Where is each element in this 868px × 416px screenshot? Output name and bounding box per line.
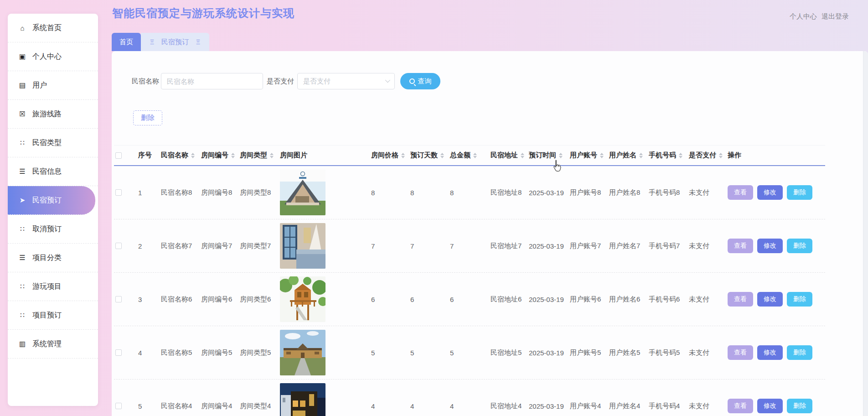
row-checkbox[interactable] xyxy=(115,296,122,302)
sidebar-item-homestay-types[interactable]: ∷ 民宿类型 xyxy=(8,129,98,157)
tab-menu-icon[interactable]: Ξ xyxy=(196,38,200,46)
edit-button[interactable]: 修改 xyxy=(757,185,783,200)
room-photo-stilt-treehouse xyxy=(280,276,326,322)
profile-card-icon: ▣ xyxy=(18,52,27,61)
row-checkbox[interactable] xyxy=(115,403,122,409)
column-header-total: 总金额 xyxy=(450,151,470,160)
vertical-scrollbar[interactable] xyxy=(863,51,868,416)
tab-menu-icon[interactable]: Ξ xyxy=(150,38,154,46)
cell-total: 6 xyxy=(450,296,491,303)
view-button[interactable]: 查看 xyxy=(728,399,753,413)
cell-room-no: 房间编号8 xyxy=(201,188,240,197)
delete-button[interactable]: 删除 xyxy=(787,399,812,413)
sort-control[interactable] xyxy=(401,153,405,158)
edit-button[interactable]: 修改 xyxy=(757,345,783,360)
cell-account: 用户账号5 xyxy=(570,348,609,357)
view-button[interactable]: 查看 xyxy=(728,292,753,307)
view-button[interactable]: 查看 xyxy=(728,345,753,360)
column-header-time: 预订时间 xyxy=(529,151,556,160)
select-all-checkbox[interactable] xyxy=(115,152,122,159)
page-title: 智能民宿预定与游玩系统设计与实现 xyxy=(112,6,294,21)
table-row: 1 民宿名称8 房间编号8 房间类型8 8 8 8 民宿地址8 2025-03-… xyxy=(114,166,825,219)
sort-control[interactable] xyxy=(679,153,682,158)
cell-room-type: 房间类型5 xyxy=(240,348,280,357)
view-button[interactable]: 查看 xyxy=(728,239,753,253)
column-header-days: 预订天数 xyxy=(410,151,438,160)
edit-button[interactable]: 修改 xyxy=(757,399,783,413)
delete-button[interactable]: 删除 xyxy=(787,345,812,360)
sort-control[interactable] xyxy=(639,153,643,158)
nav-logout-link[interactable]: 退出登录 xyxy=(822,12,849,21)
sidebar-item-homestay-booking[interactable]: ➤ 民宿预订 xyxy=(8,186,95,215)
table-header-row: 序号 民宿名称 房间编号 房间类型 房间图片 房间价格 预订天数 总金额 民宿地… xyxy=(114,145,825,166)
column-header-room-no: 房间编号 xyxy=(201,151,228,160)
cell-username: 用户姓名4 xyxy=(609,402,649,411)
delete-button[interactable]: 删除 xyxy=(787,292,812,307)
room-photo-a-frame-cabin xyxy=(280,170,326,215)
cell-paid: 未支付 xyxy=(689,188,728,197)
sidebar-item-personal-center[interactable]: ▣ 个人中心 xyxy=(8,42,98,71)
cell-room-no: 房间编号5 xyxy=(201,348,240,357)
homestay-name-input[interactable] xyxy=(161,73,263,89)
cell-index: 1 xyxy=(138,189,161,197)
pay-status-select-placeholder: 是否支付 xyxy=(303,77,331,86)
query-button[interactable]: 查询 xyxy=(400,73,440,89)
sort-control[interactable] xyxy=(231,153,235,158)
nav-profile-link[interactable]: 个人中心 xyxy=(790,12,817,21)
sidebar-item-homestay-info[interactable]: ☰ 民宿信息 xyxy=(8,157,98,186)
grid-icon: ∷ xyxy=(18,225,27,233)
delete-button[interactable]: 删除 xyxy=(787,185,812,200)
pay-status-select[interactable]: 是否支付 xyxy=(297,73,395,89)
cell-address: 民宿地址7 xyxy=(491,242,529,250)
cell-days: 6 xyxy=(410,296,450,303)
sidebar-item-cancel-booking[interactable]: ∷ 取消预订 xyxy=(8,215,98,244)
room-photo-canopy-bedroom xyxy=(280,223,326,269)
home-icon: ⌂ xyxy=(18,24,27,32)
sort-control[interactable] xyxy=(191,153,195,158)
search-form: 民宿名称 是否支付 是否支付 查询 xyxy=(112,73,868,89)
cell-paid: 未支付 xyxy=(689,242,728,250)
view-button[interactable]: 查看 xyxy=(728,185,753,200)
column-header-ops: 操作 xyxy=(728,151,741,160)
chevron-down-icon xyxy=(385,78,390,83)
column-header-price: 房间价格 xyxy=(371,151,398,160)
column-header-name: 民宿名称 xyxy=(161,151,188,160)
sidebar-item-travel-routes[interactable]: ☒ 旅游线路 xyxy=(8,100,98,129)
sidebar-item-label: 用户 xyxy=(32,81,47,90)
topnav: 个人中心 退出登录 xyxy=(790,12,849,21)
cell-address: 民宿地址6 xyxy=(491,295,529,304)
cell-time: 2025-03-19 xyxy=(529,349,570,357)
sort-control[interactable] xyxy=(270,153,274,158)
cell-index: 4 xyxy=(138,349,161,357)
cell-total: 8 xyxy=(450,189,491,197)
sort-control[interactable] xyxy=(521,153,524,158)
sidebar-item-users[interactable]: ▤ 用户 xyxy=(8,71,98,100)
tab-home[interactable]: 首页 xyxy=(112,33,141,51)
tab-homestay-booking[interactable]: 民宿预订 xyxy=(161,38,189,47)
row-checkbox[interactable] xyxy=(115,189,122,196)
sidebar-item-project-category[interactable]: ☰ 项目分类 xyxy=(8,244,98,272)
sort-control[interactable] xyxy=(600,153,604,158)
row-checkbox[interactable] xyxy=(115,349,122,356)
category-list-icon: ☰ xyxy=(18,254,27,262)
sidebar-item-play-projects[interactable]: ∷ 游玩项目 xyxy=(8,272,98,301)
cell-total: 4 xyxy=(450,402,491,410)
batch-delete-button[interactable]: 删除 xyxy=(133,110,162,125)
cell-total: 5 xyxy=(450,349,491,357)
delete-button[interactable]: 删除 xyxy=(787,239,812,253)
column-header-room-type: 房间类型 xyxy=(240,151,267,160)
edit-button[interactable]: 修改 xyxy=(757,239,783,253)
cell-account: 用户账号4 xyxy=(570,402,609,411)
sidebar-item-project-booking[interactable]: ∷ 项目预订 xyxy=(8,301,98,330)
row-checkbox[interactable] xyxy=(115,243,122,249)
sidebar-item-label: 民宿预订 xyxy=(32,196,62,205)
sort-control[interactable] xyxy=(719,153,723,158)
sort-control[interactable] xyxy=(440,153,444,158)
edit-button[interactable]: 修改 xyxy=(757,292,783,307)
column-header-index: 序号 xyxy=(138,151,152,160)
sidebar-item-system-home[interactable]: ⌂ 系统首页 xyxy=(8,14,98,42)
grid-icon: ∷ xyxy=(18,282,27,291)
sort-control[interactable] xyxy=(473,153,477,158)
sort-control[interactable] xyxy=(559,153,563,158)
sidebar-item-system-manage[interactable]: ▥ 系统管理 xyxy=(8,330,98,359)
